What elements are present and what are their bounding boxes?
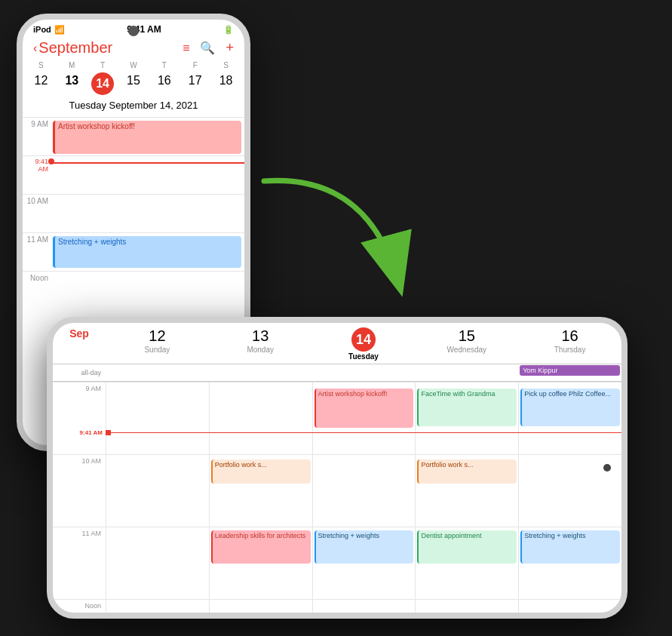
event-stretching-tue[interactable]: Stretching + weights bbox=[315, 530, 414, 564]
time-label-l-noon: Noon bbox=[53, 600, 106, 613]
time-label-10am: 10 AM bbox=[23, 195, 51, 205]
event-pickup-coffee[interactable]: Pick up coffee Philz Coffee... bbox=[520, 389, 620, 426]
time-label-l-9am: 9 AM bbox=[53, 383, 106, 454]
header-thu-16[interactable]: 16 Thursday bbox=[518, 327, 621, 361]
cell-wed-noon bbox=[415, 600, 518, 613]
cell-tue-10am bbox=[312, 455, 416, 527]
event-title: Dentist appointment bbox=[421, 532, 481, 539]
side-button bbox=[47, 454, 49, 481]
event-portfolio-mon[interactable]: Portfolio work s... bbox=[211, 459, 311, 484]
cell-wed-10am: Portfolio work s... bbox=[415, 455, 518, 527]
cell-thu-noon bbox=[518, 600, 621, 613]
day-label-t1: T bbox=[87, 61, 118, 71]
event-title: Stretching + weights bbox=[58, 238, 126, 246]
time-row-941: 9:41 AM bbox=[23, 155, 244, 194]
date-13[interactable]: 13 bbox=[57, 72, 87, 95]
landscape-phone: Sep 12 Sunday 13 Monday 14 Tuesday 15 We… bbox=[47, 317, 628, 619]
event-title: Portfolio work s... bbox=[215, 461, 267, 469]
header-sun-12[interactable]: 12 Sunday bbox=[106, 327, 209, 361]
cell-sun-noon bbox=[106, 600, 209, 613]
time-row-l-10am: 10 AM Portfolio work s... Portfoli bbox=[53, 454, 621, 527]
header-sep: Sep bbox=[53, 327, 106, 361]
allday-sun bbox=[106, 364, 209, 381]
header-tue-14[interactable]: 14 Tuesday bbox=[312, 327, 416, 361]
time-row-l-9am: 9 AM Artist workshop kickoff! Face bbox=[53, 382, 621, 454]
day-num-15: 15 bbox=[415, 327, 518, 345]
day-name-sunday: Sunday bbox=[106, 346, 209, 354]
event-artist-workshop-l[interactable]: Artist workshop kickoff! bbox=[315, 389, 414, 428]
search-icon[interactable]: 🔍 bbox=[200, 41, 215, 55]
time-content-11am: Stretching + weights bbox=[51, 233, 244, 271]
event-title: Portfolio work s... bbox=[421, 461, 473, 469]
header-wed-15[interactable]: 15 Wednesday bbox=[415, 327, 518, 361]
week-calendar: Sep 12 Sunday 13 Monday 14 Tuesday 15 We… bbox=[53, 323, 621, 613]
time-label: 9:41 AM bbox=[127, 24, 161, 35]
day-num-16: 16 bbox=[518, 327, 621, 345]
time-row-l-11am: 11 AM Leadership skills for architects S… bbox=[53, 527, 621, 599]
status-right: 🔋 bbox=[223, 25, 234, 35]
time-label-noon: Noon bbox=[23, 272, 51, 282]
cell-tue-9am: Artist workshop kickoff! bbox=[312, 383, 416, 454]
day-name-monday: Monday bbox=[209, 346, 312, 354]
cell-sun-11am bbox=[106, 527, 209, 599]
time-label-l-10am: 10 AM bbox=[53, 455, 106, 527]
day-label-s1: S bbox=[26, 61, 57, 71]
cell-wed-11am: Dentist appointment bbox=[415, 527, 518, 599]
cell-mon-9am bbox=[209, 383, 312, 454]
time-label-l-11am: 11 AM bbox=[53, 527, 106, 599]
allday-row: all-day Yom Kippur bbox=[53, 364, 621, 382]
month-sep-label: Sep bbox=[53, 327, 106, 340]
header-mon-13[interactable]: 13 Monday bbox=[209, 327, 312, 361]
date-17[interactable]: 17 bbox=[180, 72, 210, 95]
allday-tue bbox=[312, 364, 416, 381]
event-title: Pick up coffee Philz Coffee... bbox=[524, 390, 611, 398]
event-stretching-thu[interactable]: Stretching + weights bbox=[520, 530, 620, 564]
time-row-noon: Noon bbox=[23, 271, 244, 309]
curved-arrow bbox=[249, 166, 422, 317]
allday-thu: Yom Kippur bbox=[518, 364, 621, 381]
cell-wed-9am: FaceTime with Grandma bbox=[415, 383, 518, 454]
day-label-m: M bbox=[57, 61, 87, 71]
time-row-9am: 9 AM Artist workshop kickoff! bbox=[23, 117, 244, 155]
event-title: Artist workshop kickoff! bbox=[318, 390, 388, 398]
cell-sun-9am bbox=[106, 383, 209, 454]
date-18[interactable]: 18 bbox=[210, 72, 241, 95]
add-event-icon[interactable]: + bbox=[226, 40, 234, 56]
event-yom-kippur[interactable]: Yom Kippur bbox=[520, 365, 620, 376]
header-icons: ≡ 🔍 + bbox=[183, 40, 234, 56]
date-14-today[interactable]: 14 bbox=[91, 72, 114, 95]
list-icon[interactable]: ≡ bbox=[183, 41, 189, 55]
date-15[interactable]: 15 bbox=[118, 72, 149, 95]
event-title: Artist workshop kickoff! bbox=[58, 122, 135, 131]
event-leadership-skills[interactable]: Leadership skills for architects bbox=[211, 530, 311, 564]
battery-icon: 🔋 bbox=[223, 25, 234, 35]
back-month-button[interactable]: ‹ September bbox=[33, 39, 112, 57]
event-facetime-grandma[interactable]: FaceTime with Grandma bbox=[417, 389, 517, 426]
status-bar: iPod 📶 9:41 AM 🔋 bbox=[23, 20, 244, 36]
time-content-10am bbox=[51, 195, 244, 232]
day-label-t2: T bbox=[149, 61, 180, 71]
carrier-label: iPod bbox=[33, 25, 51, 34]
event-title: Stretching + weights bbox=[318, 532, 379, 539]
time-label-941: 9:41 AM bbox=[23, 156, 51, 173]
cell-thu-9am: Pick up coffee Philz Coffee... bbox=[518, 383, 621, 454]
cell-mon-noon bbox=[209, 600, 312, 613]
date-12[interactable]: 12 bbox=[26, 72, 57, 95]
day-label-w: W bbox=[118, 61, 149, 71]
time-label-11am: 11 AM bbox=[23, 233, 51, 244]
event-stretching-portrait[interactable]: Stretching + weights bbox=[53, 236, 241, 268]
event-artist-workshop[interactable]: Artist workshop kickoff! bbox=[53, 121, 241, 154]
week-time-grid: 9 AM Artist workshop kickoff! Face bbox=[53, 382, 621, 613]
event-dentist[interactable]: Dentist appointment bbox=[417, 530, 517, 564]
calendar-header: ‹ September ≡ 🔍 + bbox=[23, 36, 244, 61]
day-label-f: F bbox=[180, 61, 210, 71]
event-portfolio-wed[interactable]: Portfolio work s... bbox=[417, 459, 517, 484]
day-name-thursday: Thursday bbox=[518, 346, 621, 354]
back-chevron-icon: ‹ bbox=[33, 41, 37, 55]
date-16[interactable]: 16 bbox=[149, 72, 180, 95]
day-num-12: 12 bbox=[106, 327, 209, 345]
week-header: Sep 12 Sunday 13 Monday 14 Tuesday 15 We… bbox=[53, 323, 621, 364]
event-title: FaceTime with Grandma bbox=[421, 390, 495, 398]
status-left: iPod 📶 bbox=[33, 25, 65, 35]
time-row-11am: 11 AM Stretching + weights bbox=[23, 232, 244, 271]
